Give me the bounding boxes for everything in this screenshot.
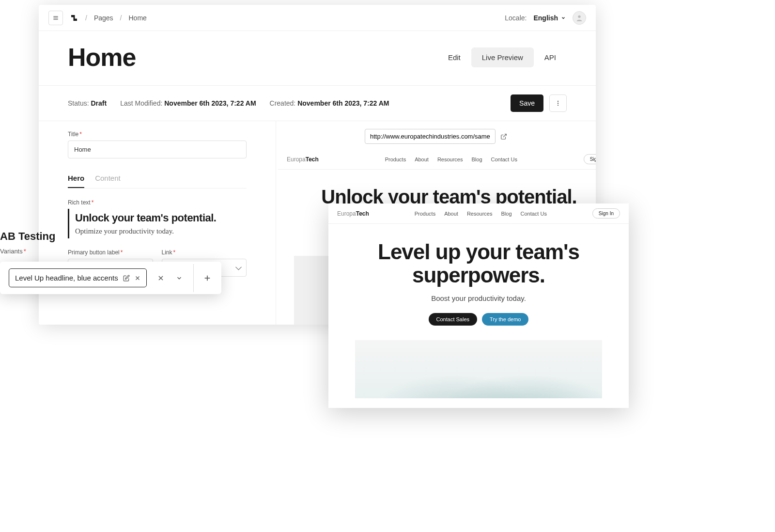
preview-logo: EuropaTech bbox=[337, 210, 369, 217]
preview-menu: Products About Resources Blog Contact Us bbox=[415, 211, 547, 217]
created-chip: Created: November 6th 2023, 7:22 AM bbox=[270, 99, 389, 107]
sub-tab-hero[interactable]: Hero bbox=[68, 169, 84, 188]
signin-button[interactable]: Sign In bbox=[584, 154, 596, 164]
title-label: Title* bbox=[68, 131, 247, 138]
variant-chip[interactable]: Level Up headline, blue accents bbox=[9, 268, 147, 287]
logo-icon bbox=[70, 14, 78, 22]
svg-point-6 bbox=[558, 105, 558, 106]
breadcrumb-sep: / bbox=[85, 14, 87, 22]
ab-variants-label: Variants* bbox=[0, 248, 221, 255]
status-actions: Save bbox=[511, 94, 567, 112]
nav-item[interactable]: Resources bbox=[437, 156, 463, 162]
preview-nav: EuropaTech Products About Resources Blog… bbox=[278, 149, 596, 170]
plus-icon bbox=[203, 274, 211, 282]
save-button[interactable]: Save bbox=[511, 94, 543, 112]
chevron-down-icon bbox=[176, 275, 183, 282]
variant-card: Level Up headline, blue accents bbox=[0, 262, 221, 294]
tab-edit[interactable]: Edit bbox=[437, 47, 471, 67]
preview-logo: EuropaTech bbox=[287, 156, 319, 163]
nav-item[interactable]: Contact Us bbox=[521, 211, 547, 217]
signin-button[interactable]: Sign In bbox=[592, 208, 620, 219]
app-logo-icon[interactable] bbox=[70, 14, 78, 22]
nav-item[interactable]: Products bbox=[385, 156, 406, 162]
nav-item[interactable]: About bbox=[444, 211, 458, 217]
topbar-right: Locale: English bbox=[505, 11, 586, 25]
svg-point-4 bbox=[558, 101, 558, 102]
preview-hero: Level up your team's superpowers. Boost … bbox=[328, 224, 629, 408]
locale-value: English bbox=[533, 14, 558, 22]
preview-buttons: Contact Sales Try the demo bbox=[340, 313, 617, 326]
expand-variant-button[interactable] bbox=[170, 269, 188, 287]
svg-point-3 bbox=[578, 15, 580, 17]
nav-item[interactable]: About bbox=[415, 156, 429, 162]
nav-item[interactable]: Contact Us bbox=[491, 156, 517, 162]
status-chip: Status: Draft bbox=[68, 99, 107, 107]
ab-testing-panel: AB Testing Variants* Level Up headline, … bbox=[0, 230, 221, 294]
preview-variant-b: EuropaTech Products About Resources Blog… bbox=[328, 203, 629, 408]
external-link-icon[interactable] bbox=[500, 133, 507, 140]
tab-api[interactable]: API bbox=[534, 47, 567, 67]
sub-tab-content[interactable]: Content bbox=[95, 169, 121, 188]
status-meta: Status: Draft Last Modified: November 6t… bbox=[68, 99, 389, 107]
ab-testing-title: AB Testing bbox=[0, 230, 221, 243]
add-variant-button[interactable] bbox=[193, 264, 221, 292]
title-field: Title* bbox=[68, 131, 247, 158]
richtext-headline: Unlock your team's potential. bbox=[75, 212, 247, 224]
topbar-left: / Pages / Home bbox=[48, 11, 147, 25]
title-input[interactable] bbox=[68, 141, 247, 158]
edit-icon[interactable] bbox=[123, 275, 130, 282]
chevron-down-icon bbox=[561, 16, 566, 20]
variant-name: Level Up headline, blue accents bbox=[15, 274, 118, 282]
svg-line-7 bbox=[503, 134, 506, 137]
preview-url-input[interactable] bbox=[365, 129, 496, 144]
status-bar: Status: Draft Last Modified: November 6t… bbox=[39, 85, 596, 121]
page-title: Home bbox=[68, 43, 136, 72]
user-avatar[interactable] bbox=[573, 11, 586, 25]
tab-live-preview[interactable]: Live Preview bbox=[471, 47, 534, 67]
page-tabs: Edit Live Preview API bbox=[437, 47, 567, 67]
locale-select[interactable]: English bbox=[533, 14, 566, 22]
try-demo-button[interactable]: Try the demo bbox=[482, 313, 528, 326]
sub-tabs: Hero Content bbox=[68, 169, 247, 188]
user-icon bbox=[575, 14, 583, 22]
preview-url-bar bbox=[288, 129, 584, 144]
preview-headline: Level up your team's superpowers. bbox=[340, 240, 617, 287]
modified-chip: Last Modified: November 6th 2023, 7:22 A… bbox=[120, 99, 256, 107]
locale-label: Locale: bbox=[505, 14, 527, 22]
variant-actions bbox=[147, 269, 193, 287]
hamburger-icon bbox=[52, 15, 59, 21]
richtext-label: Rich text* bbox=[68, 199, 247, 206]
breadcrumb-current: Home bbox=[128, 14, 146, 22]
top-bar: / Pages / Home Locale: English bbox=[39, 5, 596, 31]
breadcrumb-pages[interactable]: Pages bbox=[94, 14, 113, 22]
page-header: Home Edit Live Preview API bbox=[39, 31, 596, 85]
preview-image-placeholder bbox=[355, 340, 602, 398]
menu-button[interactable] bbox=[48, 11, 63, 25]
nav-item[interactable]: Blog bbox=[501, 211, 512, 217]
nav-item[interactable]: Blog bbox=[471, 156, 482, 162]
nav-item[interactable]: Resources bbox=[467, 211, 493, 217]
nav-item[interactable]: Products bbox=[415, 211, 435, 217]
remove-variant-button[interactable] bbox=[152, 269, 170, 287]
dots-vertical-icon bbox=[555, 100, 561, 107]
preview-menu: Products About Resources Blog Contact Us bbox=[385, 156, 517, 162]
preview-subhead: Boost your productivity today. bbox=[340, 294, 617, 302]
more-menu-button[interactable] bbox=[549, 94, 567, 112]
form-panel: Title* Hero Content Rich text* Unlock yo… bbox=[39, 121, 276, 325]
contact-sales-button[interactable]: Contact Sales bbox=[429, 313, 477, 326]
close-icon[interactable] bbox=[135, 275, 140, 281]
close-icon bbox=[157, 275, 164, 282]
svg-point-5 bbox=[558, 103, 558, 104]
preview-nav: EuropaTech Products About Resources Blog… bbox=[328, 203, 629, 224]
breadcrumb-sep: / bbox=[120, 14, 122, 22]
